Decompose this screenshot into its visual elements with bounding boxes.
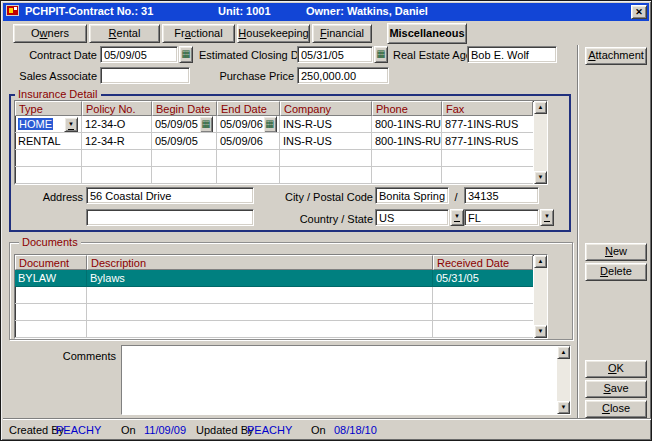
phone-cell: 800-1INS-RUS (375, 118, 442, 130)
column-header-company[interactable]: Company (280, 101, 372, 116)
policy-no-cell: 12-34-O (85, 118, 148, 130)
insurance-detail-group-label: Insurance Detail (15, 88, 101, 100)
country-state-label: Country / State (283, 212, 373, 226)
insurance-row-empty[interactable] (15, 150, 534, 167)
column-header-document[interactable]: Document (15, 255, 87, 270)
contract-date-field[interactable] (100, 46, 178, 63)
real-estate-agent-field[interactable] (467, 46, 557, 63)
status-bar-divider (3, 418, 651, 420)
tab-financial[interactable]: Financial (312, 24, 372, 43)
state-dropdown-button[interactable]: ▼ (540, 209, 554, 226)
scroll-up-icon[interactable]: ▲ (534, 255, 547, 268)
type-cell: RENTAL (18, 135, 78, 147)
comments-scrollbar[interactable]: ▲ ▼ (557, 346, 570, 414)
city-field[interactable] (375, 187, 449, 204)
calendar-icon: ▦ (265, 118, 274, 129)
scroll-up-icon[interactable]: ▲ (534, 101, 547, 114)
end-date-calendar-button[interactable]: ▦ (263, 116, 277, 133)
country-field[interactable] (375, 209, 449, 226)
real-estate-agent-label: Real Estate Agent (393, 48, 464, 62)
created-on-value: 11/09/09 (144, 424, 186, 436)
insurance-row-home[interactable]: HOME ▼ 12-34-O 05/09/05 ▦ 05/09/06 ▦ INS… (15, 116, 534, 133)
column-header-phone[interactable]: Phone (372, 101, 442, 116)
column-header-end-date[interactable]: End Date (217, 101, 280, 116)
insurance-grid-scrollbar[interactable]: ▲ ▼ (534, 101, 547, 184)
estimated-closing-date-calendar-button[interactable]: ▦ (374, 46, 388, 63)
postal-code-field[interactable] (464, 187, 539, 204)
comments-box: ▲ ▼ (121, 345, 571, 415)
estimated-closing-date-label: Estimated Closing Date (199, 48, 294, 62)
begin-date-cell: 05/09/05 (155, 135, 213, 147)
scroll-down-icon[interactable]: ▼ (534, 171, 547, 184)
contract-date-calendar-button[interactable]: ▦ (179, 46, 193, 63)
updated-on-label: On (311, 424, 326, 436)
save-button[interactable]: Save (585, 380, 647, 398)
delete-button[interactable]: Delete (585, 263, 647, 281)
title-bar: PCHPIT-Contract No.: 31 Unit: 1001 Owner… (3, 3, 649, 21)
column-header-received-date[interactable]: Received Date (433, 255, 533, 270)
documents-row-empty[interactable] (15, 287, 534, 304)
tab-owners[interactable]: Owners (13, 24, 87, 43)
end-date-cell: 05/09/06 (220, 118, 263, 130)
insurance-row-empty[interactable] (15, 167, 534, 184)
updated-by-label: Updated By (196, 424, 253, 436)
documents-grid: Document Description Received Date BYLAW… (14, 254, 548, 339)
window-title-unit: Unit: 1001 (218, 5, 271, 17)
close-button[interactable]: Close (585, 400, 647, 418)
column-header-description[interactable]: Description (87, 255, 433, 270)
policy-no-cell: 12-34-R (85, 135, 148, 147)
estimated-closing-date-field[interactable] (297, 46, 373, 63)
insurance-grid-header: Type Policy No. Begin Date End Date Comp… (15, 101, 534, 116)
close-icon[interactable]: ✕ (631, 5, 647, 19)
right-panel-divider (577, 45, 579, 418)
documents-grid-scrollbar[interactable]: ▲ ▼ (534, 255, 547, 338)
purchase-price-field[interactable] (297, 67, 389, 84)
end-date-cell: 05/09/06 (220, 135, 276, 147)
purchase-price-label: Purchase Price (199, 69, 294, 83)
column-header-policy-no[interactable]: Policy No. (82, 101, 152, 116)
ok-button[interactable]: OK (585, 360, 647, 378)
fax-cell: 877-1INS-RUS (445, 118, 530, 130)
documents-row-empty[interactable] (15, 304, 534, 321)
new-button[interactable]: New (585, 243, 647, 261)
created-by-value: PEACHY (56, 424, 101, 436)
updated-by-value: PEACHY (247, 424, 292, 436)
tab-fractional[interactable]: Fractional (162, 24, 235, 43)
chevron-down-icon: ▼ (544, 213, 550, 222)
window-title: PCHPIT-Contract No.: 31 (25, 5, 153, 17)
country-dropdown-button[interactable]: ▼ (450, 209, 464, 226)
address-line2-field[interactable] (86, 209, 254, 226)
tab-housekeeping[interactable]: Housekeeping (237, 24, 310, 43)
comments-field[interactable] (122, 346, 557, 414)
insurance-row-rental[interactable]: RENTAL 12-34-R 05/09/05 05/09/06 INS-R-U… (15, 133, 534, 150)
column-header-type[interactable]: Type (15, 101, 82, 116)
documents-row-empty[interactable] (15, 321, 534, 338)
column-header-fax[interactable]: Fax (442, 101, 533, 116)
phone-cell: 800-1INS-RUS (375, 135, 442, 147)
received-date-cell: 05/31/05 (436, 272, 530, 284)
tab-miscellaneous[interactable]: Miscellaneous (387, 23, 467, 44)
type-cell-selected: HOME (18, 118, 53, 130)
calendar-icon: ▦ (181, 48, 190, 59)
sales-associate-label: Sales Associate (9, 69, 97, 83)
sales-associate-field[interactable] (100, 67, 190, 84)
calendar-icon: ▦ (201, 118, 210, 129)
column-header-begin-date[interactable]: Begin Date (152, 101, 217, 116)
company-cell: INS-R-US (283, 118, 368, 130)
scroll-down-icon[interactable]: ▼ (557, 401, 570, 414)
updated-on-value: 08/18/10 (334, 424, 377, 436)
documents-row-bylaw[interactable]: BYLAW Bylaws 05/31/05 (15, 270, 534, 287)
begin-date-calendar-button[interactable]: ▦ (199, 116, 213, 133)
tab-rental[interactable]: Rental (89, 24, 160, 43)
type-dropdown-button[interactable]: ▼ (64, 117, 78, 132)
begin-date-cell: 05/09/05 (155, 118, 199, 130)
address-line1-field[interactable] (86, 187, 254, 204)
description-cell: Bylaws (90, 272, 429, 284)
document-cell: BYLAW (18, 272, 83, 284)
state-field[interactable] (464, 209, 539, 226)
city-postal-separator: / (452, 190, 460, 204)
calendar-icon: ▦ (376, 48, 385, 59)
scroll-down-icon[interactable]: ▼ (534, 325, 547, 338)
attachment-button[interactable]: Attachment (585, 47, 647, 65)
scroll-up-icon[interactable]: ▲ (557, 346, 570, 359)
